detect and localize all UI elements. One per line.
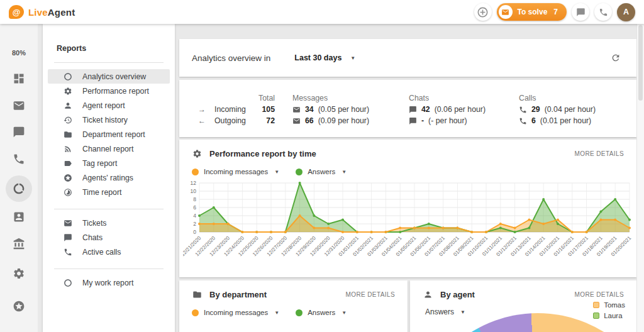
stat-cell-chats: 42(0.06 per hour) (409, 104, 519, 115)
agent-legend-item-laura: Laura (593, 312, 625, 319)
legend-swatch (593, 313, 599, 319)
header-actions: To solve 7 A (474, 3, 635, 21)
by-department-card: By department MORE DETAILS Incoming mess… (179, 280, 408, 332)
chats-value: 42 (421, 105, 430, 114)
reports-icon (13, 182, 25, 195)
legend-item-answers[interactable]: Answers▼ (296, 168, 347, 175)
mail-icon (292, 117, 301, 125)
sidebar-item-tickets[interactable]: Tickets (48, 216, 170, 230)
more-details-link[interactable]: MORE DETAILS (574, 150, 624, 157)
stat-cell-calls: 6(0.01 per hour) (519, 115, 636, 126)
more-details-link[interactable]: MORE DETAILS (345, 291, 395, 298)
scrollbar-thumb[interactable] (638, 25, 643, 101)
more-details-link[interactable]: MORE DETAILS (574, 291, 624, 298)
rail-item-reports[interactable] (12, 182, 26, 196)
sidebar-item-tag-report[interactable]: Tag report (48, 156, 170, 170)
sidebar-item-label: My work report (82, 279, 133, 287)
circle-icon (63, 278, 72, 287)
phone-icon (519, 117, 527, 125)
sidebar-item-performance-report[interactable]: Performance report (48, 84, 170, 98)
rail-item-contacts[interactable] (12, 210, 26, 224)
chat-icon (13, 126, 25, 138)
chats-rate: (0.06 per hour) (435, 105, 486, 114)
rail-item-phone[interactable] (12, 152, 26, 166)
sidebar-item-channel-report[interactable]: Channel report (48, 141, 170, 156)
column-header-calls: Calls (519, 92, 636, 104)
top-header: @ LiveAgent To solve 7 A (0, 0, 644, 24)
by-agent-title: By agent (440, 290, 475, 299)
calls-value: 6 (531, 116, 536, 125)
svg-text:12: 12 (191, 180, 197, 186)
svg-text:10: 10 (191, 188, 197, 194)
reports-title: Reports (57, 44, 161, 53)
refresh-button[interactable] (608, 50, 624, 66)
messages-rate: (0.05 per hour) (318, 105, 369, 114)
icon-rail: 80% (0, 24, 38, 332)
agent-legend-item-tomas: Tomas (593, 301, 625, 309)
calls-rate: (0.04 per hour) (545, 105, 596, 114)
sidebar-item-label: Ticket history (82, 116, 128, 124)
sidebar-item-active-calls[interactable]: Active calls (48, 245, 170, 259)
header-calls-button[interactable] (594, 3, 612, 21)
chevron-down-icon: ▼ (341, 310, 347, 316)
gear-icon (63, 86, 72, 96)
date-range-dropdown[interactable]: Last 30 days ▼ (294, 53, 355, 62)
header-chats-button[interactable] (572, 3, 589, 21)
column-header-chats: Chats (409, 92, 519, 104)
legend-swatch (593, 302, 599, 308)
refresh-icon (611, 53, 621, 63)
stat-cell-chats: -(- per hour) (409, 115, 519, 126)
settings-icon (13, 267, 25, 280)
sidebar-item-department-report[interactable]: Department report (48, 127, 170, 141)
scrollbar[interactable] (636, 24, 644, 332)
legend-label: Incoming messages (204, 309, 268, 316)
sidebar-item-chats[interactable]: Chats (48, 230, 170, 245)
divider (54, 209, 164, 209)
folder-icon (63, 130, 72, 139)
sidebar-item-agent-report[interactable]: Agent report (48, 98, 170, 113)
rail-item-settings[interactable] (12, 267, 26, 280)
plus-circle-icon (477, 6, 489, 18)
to-solve-label: To solve (518, 8, 548, 16)
chat-icon (409, 117, 417, 125)
legend-label: Incoming messages (204, 168, 268, 175)
sidebar-item-ticket-history[interactable]: Ticket history (48, 113, 170, 127)
sidebar-item-analytics-overview[interactable]: Analytics overview (48, 69, 170, 84)
legend-dot (296, 169, 303, 175)
legend-item-incoming-messages[interactable]: Incoming messages▼ (192, 309, 279, 316)
svg-text:0: 0 (193, 229, 196, 235)
add-button[interactable] (474, 3, 492, 21)
folder-icon (192, 289, 202, 299)
legend-item-answers[interactable]: Answers▼ (296, 309, 347, 316)
person-icon (423, 289, 433, 299)
svg-text:4: 4 (193, 213, 196, 219)
sidebar-item-my-work-report[interactable]: My work report (48, 275, 170, 290)
total-value: 105 (245, 104, 275, 115)
rss-icon (63, 144, 72, 153)
performance-report-card: Performance report by time MORE DETAILS … (179, 140, 636, 277)
to-solve-button[interactable]: To solve 7 (497, 3, 567, 21)
outgoing-arrow-icon: ← (198, 116, 206, 125)
stat-cell-messages: 66(0.09 per hour) (292, 115, 409, 126)
performance-report-title: Performance report by time (209, 149, 316, 158)
chat-icon (63, 233, 72, 242)
sidebar-item-label: Tag report (82, 159, 117, 168)
rail-item-chat[interactable] (12, 125, 26, 139)
sidebar-item-label: Agents' ratings (82, 174, 133, 182)
rail-item-bank[interactable] (12, 237, 26, 251)
rail-item-mail[interactable] (12, 99, 26, 113)
calls-value: 29 (531, 105, 540, 114)
legend-item-incoming-messages[interactable]: Incoming messages▼ (192, 168, 279, 175)
sidebar-item-label: Channel report (82, 145, 133, 153)
rail-item-dashboard[interactable] (12, 72, 26, 86)
sidebar-item-time-report[interactable]: Time report (48, 185, 170, 199)
sidebar-item-label: Analytics overview (82, 72, 146, 81)
sidebar-item-agents-ratings[interactable]: Agents' ratings (48, 170, 170, 185)
rail-item-star[interactable] (12, 299, 26, 313)
circle-icon (63, 72, 72, 81)
legend-dot (296, 309, 303, 316)
answers-filter-dropdown[interactable]: Answers ▼ (425, 307, 482, 316)
avatar[interactable]: A (617, 3, 635, 21)
gear-icon (192, 148, 202, 158)
phone-icon (13, 153, 25, 165)
